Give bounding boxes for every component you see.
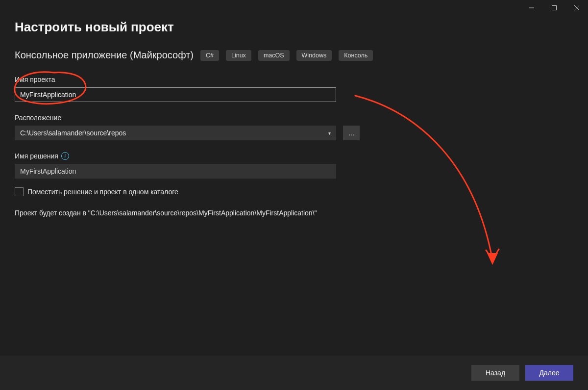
page-title: Настроить новый проект	[15, 20, 573, 35]
solution-name-label: Имя решения i	[15, 152, 573, 160]
tag-macos: macOS	[258, 50, 290, 61]
project-name-section: Имя проекта	[15, 76, 573, 102]
titlebar	[0, 0, 588, 16]
subtitle-row: Консольное приложение (Майкрософт) C# Li…	[15, 50, 573, 61]
tag-console: Консоль	[339, 50, 373, 61]
svg-marker-4	[487, 253, 498, 265]
location-combobox[interactable]: C:\Users\salamander\source\repos ▾	[15, 126, 336, 140]
project-type-label: Консольное приложение (Майкрософт)	[15, 50, 194, 61]
minimize-button[interactable]	[520, 0, 543, 16]
project-name-input[interactable]	[15, 87, 336, 102]
creation-path-text: Проект будет создан в "C:\Users\salamand…	[15, 209, 573, 217]
info-icon[interactable]: i	[61, 152, 69, 160]
back-button[interactable]: Назад	[471, 365, 519, 381]
solution-name-section: Имя решения i Поместить решение и проект…	[15, 152, 573, 196]
footer: Назад Далее	[0, 356, 588, 390]
browse-button[interactable]: ...	[343, 126, 360, 140]
maximize-button[interactable]	[543, 0, 565, 16]
location-section: Расположение C:\Users\salamander\source\…	[15, 114, 573, 140]
close-button[interactable]	[565, 0, 588, 16]
location-value: C:\Users\salamander\source\repos	[20, 129, 126, 137]
svg-rect-1	[552, 6, 557, 10]
same-directory-checkbox[interactable]	[15, 187, 24, 196]
location-label: Расположение	[15, 114, 573, 122]
project-name-label: Имя проекта	[15, 76, 573, 83]
tag-linux: Linux	[226, 50, 251, 61]
tag-csharp: C#	[200, 50, 219, 61]
same-directory-label: Поместить решение и проект в одном катал…	[27, 188, 178, 196]
tag-windows: Windows	[296, 50, 332, 61]
chevron-down-icon: ▾	[328, 130, 331, 136]
next-button[interactable]: Далее	[525, 365, 573, 381]
solution-name-input[interactable]	[15, 164, 336, 179]
